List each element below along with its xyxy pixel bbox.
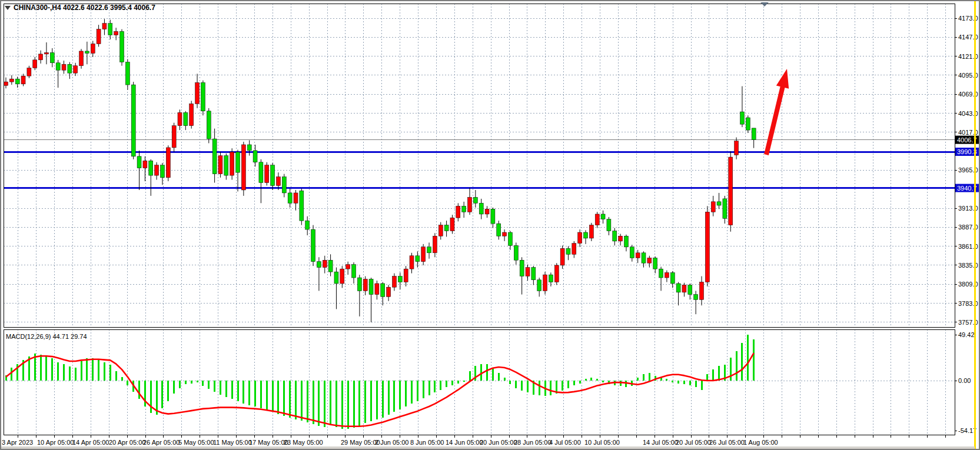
symbol-dropdown-icon	[5, 6, 11, 10]
svg-text:1 Aug 05:00: 1 Aug 05:00	[743, 439, 778, 446]
svg-text:14 Jul 05:00: 14 Jul 05:00	[643, 439, 678, 446]
svg-text:3990.3: 3990.3	[957, 148, 977, 155]
svg-text:26 Jul 05:00: 26 Jul 05:00	[709, 439, 745, 446]
chart-background	[0, 0, 980, 450]
svg-text:26 Apr 05:00: 26 Apr 05:00	[143, 439, 180, 446]
svg-text:20 Jul 05:00: 20 Jul 05:00	[676, 439, 711, 446]
yellow-edge-line	[974, 0, 976, 450]
svg-text:23 May 05:00: 23 May 05:00	[284, 439, 323, 446]
svg-text:2 Jun 05:00: 2 Jun 05:00	[375, 439, 409, 446]
svg-text:29 May 05:00: 29 May 05:00	[341, 439, 380, 446]
svg-text:10 Jul 05:00: 10 Jul 05:00	[584, 439, 620, 446]
svg-text:8 Jun 05:00: 8 Jun 05:00	[410, 439, 444, 446]
svg-text:20 Apr 05:00: 20 Apr 05:00	[109, 439, 145, 446]
candlestick-chart[interactable]: 4173.04147.04121.04095.04069.04043.04017…	[0, 0, 980, 450]
svg-text:28 Jun 05:00: 28 Jun 05:00	[514, 439, 552, 446]
chart-window: 4173.04147.04121.04095.04069.04043.04017…	[0, 0, 980, 450]
svg-text:17 May 05:00: 17 May 05:00	[249, 439, 288, 446]
svg-text:0.00: 0.00	[958, 377, 971, 384]
svg-text:20 Jun 05:00: 20 Jun 05:00	[480, 439, 517, 446]
svg-text:-54.17: -54.17	[958, 427, 976, 434]
svg-text:11 May 05:00: 11 May 05:00	[213, 439, 252, 446]
chart-title-text: CHINA300-,H4 4022.6 4022.6 3995.4 4006.7	[14, 4, 155, 12]
macd-indicator-label: MACD(12,26,9) 44.71 29.74	[6, 333, 87, 340]
svg-text:14 Apr 05:00: 14 Apr 05:00	[72, 439, 109, 446]
svg-text:14 Jun 05:00: 14 Jun 05:00	[446, 439, 483, 446]
chart-title: CHINA300-,H4 4022.6 4022.6 3995.4 4006.7	[5, 4, 155, 12]
svg-text:3940.7: 3940.7	[957, 185, 977, 192]
svg-text:5 May 05:00: 5 May 05:00	[178, 439, 214, 446]
svg-text:3 Apr 2023: 3 Apr 2023	[2, 439, 33, 446]
svg-text:4 Jul 05:00: 4 Jul 05:00	[549, 439, 581, 446]
svg-text:10 Apr 05:00: 10 Apr 05:00	[37, 439, 74, 446]
svg-text:4006.7: 4006.7	[957, 136, 977, 144]
svg-text:49.42: 49.42	[958, 331, 975, 338]
bottom-strip	[1, 446, 975, 449]
